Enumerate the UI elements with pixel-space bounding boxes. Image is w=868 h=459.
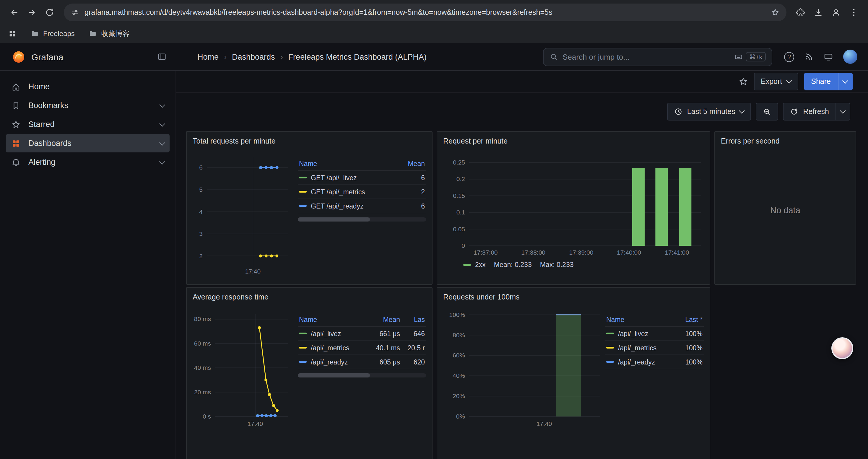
svg-text:17:39:00: 17:39:00 bbox=[569, 249, 593, 256]
sidebar-item-alerting[interactable]: Alerting bbox=[6, 153, 169, 171]
table-row[interactable]: /api/_livez 661 μs 646 bbox=[298, 327, 426, 341]
user-profile-button[interactable] bbox=[843, 50, 857, 64]
table-row[interactable]: GET /api/_metrics 2 bbox=[298, 185, 426, 199]
panel-title[interactable]: Request per minute bbox=[443, 135, 704, 147]
sidebar-item-starred[interactable]: Starred bbox=[6, 115, 169, 133]
extensions-button[interactable] bbox=[793, 4, 809, 21]
chevron-down-icon[interactable] bbox=[159, 121, 165, 126]
series-color-icon bbox=[299, 347, 307, 349]
export-button[interactable]: Export bbox=[754, 73, 798, 90]
reload-button[interactable] bbox=[41, 4, 58, 21]
svg-text:0: 0 bbox=[462, 242, 465, 249]
legend-max: Max: 0.233 bbox=[540, 261, 574, 268]
table-row[interactable]: /api/_livez 100% bbox=[605, 327, 704, 341]
avg-response-time-chart[interactable]: 80 ms60 ms40 ms20 ms0 s17:40 bbox=[193, 303, 298, 429]
back-button[interactable] bbox=[6, 4, 23, 21]
brand-title: Grafana bbox=[31, 52, 63, 62]
svg-text:17:40: 17:40 bbox=[536, 420, 552, 427]
url-input[interactable] bbox=[85, 8, 766, 16]
series-color-icon bbox=[463, 264, 471, 266]
svg-text:40%: 40% bbox=[453, 372, 465, 379]
series-color-icon bbox=[606, 347, 614, 349]
time-range-button[interactable]: Last 5 minutes bbox=[667, 103, 751, 121]
panel-title[interactable]: Errors per second bbox=[721, 135, 850, 147]
column-header[interactable]: Name bbox=[299, 160, 398, 167]
series-color-icon bbox=[299, 177, 307, 178]
panel-total-requests: Total requests per minute 6543217:40 Nam… bbox=[186, 131, 433, 285]
svg-text:17:40: 17:40 bbox=[245, 268, 261, 275]
column-header[interactable]: Las bbox=[400, 316, 425, 323]
time-controls: Last 5 minutes Refresh bbox=[176, 93, 868, 121]
panel-title[interactable]: Requests under 100ms bbox=[443, 291, 704, 303]
downloads-button[interactable] bbox=[810, 4, 827, 21]
search-input[interactable]: ⌘+k bbox=[543, 47, 772, 66]
url-bar[interactable] bbox=[64, 3, 786, 21]
bookmark-folder-blogs[interactable]: 收藏博客 bbox=[89, 29, 130, 39]
grafana-logo[interactable] bbox=[12, 50, 25, 64]
column-header[interactable]: Mean bbox=[398, 160, 425, 167]
column-header[interactable]: Name bbox=[299, 316, 368, 323]
sidebar-item-bookmarks[interactable]: Bookmarks bbox=[6, 96, 169, 114]
bookmark-page-button[interactable] bbox=[771, 8, 779, 16]
scrollbar-thumb[interactable] bbox=[298, 218, 370, 222]
table-row[interactable]: /api/_readyz 100% bbox=[605, 355, 704, 369]
sidebar: Home Bookmarks Starred Dashboards bbox=[0, 71, 176, 459]
chart-legend[interactable]: 2xx Mean: 0.233 Max: 0.233 bbox=[443, 261, 574, 268]
svg-text:20%: 20% bbox=[453, 393, 465, 399]
forward-button[interactable] bbox=[24, 4, 40, 21]
share-dropdown-button[interactable] bbox=[838, 73, 852, 90]
table-row[interactable]: GET /api/_livez 6 bbox=[298, 171, 426, 185]
dock-sidebar-button[interactable] bbox=[157, 52, 167, 61]
breadcrumb-dashboards[interactable]: Dashboards bbox=[232, 52, 275, 61]
chevron-down-icon[interactable] bbox=[159, 158, 165, 164]
panel-title[interactable]: Total requests per minute bbox=[193, 135, 426, 147]
svg-text:17:38:00: 17:38:00 bbox=[521, 249, 546, 256]
favorite-dashboard-button[interactable] bbox=[738, 77, 748, 86]
kiosk-button[interactable] bbox=[824, 52, 833, 61]
svg-text:0.1: 0.1 bbox=[457, 209, 465, 216]
table-row[interactable]: /api/_metrics 40.1 ms 20.5 r bbox=[298, 341, 426, 355]
sidebar-item-home[interactable]: Home bbox=[6, 77, 169, 96]
bookmark-folder-freeleaps[interactable]: Freeleaps bbox=[31, 30, 75, 38]
browser-menu-button[interactable] bbox=[845, 4, 862, 21]
panel-title[interactable]: Average response time bbox=[193, 291, 426, 303]
table-row[interactable]: /api/_readyz 605 μs 620 bbox=[298, 355, 426, 369]
sidebar-item-label: Starred bbox=[28, 120, 55, 129]
column-header[interactable]: Mean bbox=[368, 316, 400, 323]
assistant-avatar[interactable] bbox=[831, 337, 853, 359]
table-scrollbar[interactable] bbox=[298, 218, 426, 222]
share-button[interactable]: Share bbox=[804, 73, 838, 90]
bookmark-label: Freeleaps bbox=[43, 30, 75, 38]
panel-avg-response-time: Average response time 80 ms60 ms40 ms20 … bbox=[186, 287, 433, 459]
table-row[interactable]: GET /api/_readyz 6 bbox=[298, 199, 426, 213]
star-icon bbox=[11, 120, 21, 129]
refresh-button[interactable]: Refresh bbox=[783, 103, 836, 121]
requests-under-100ms-chart[interactable]: 100%80%60%40%20%0%17:40 bbox=[443, 303, 605, 429]
site-info-icon bbox=[71, 8, 79, 16]
main-content: Export Share Last 5 minutes bbox=[176, 71, 868, 459]
table-scrollbar[interactable] bbox=[298, 373, 426, 378]
svg-text:40 ms: 40 ms bbox=[194, 364, 211, 371]
chevron-down-icon[interactable] bbox=[159, 102, 165, 107]
news-button[interactable] bbox=[804, 52, 814, 61]
request-per-minute-chart[interactable]: 0.250.20.150.10.05017:37:0017:38:0017:39… bbox=[443, 147, 705, 259]
column-header[interactable]: Name bbox=[606, 316, 678, 323]
column-header[interactable]: Last * bbox=[678, 316, 703, 323]
zoom-out-button[interactable] bbox=[756, 103, 778, 121]
total-requests-chart[interactable]: 6543217:40 bbox=[193, 147, 298, 276]
sidebar-item-label: Dashboards bbox=[28, 139, 71, 148]
apps-grid-button[interactable] bbox=[8, 30, 17, 38]
svg-text:80 ms: 80 ms bbox=[194, 316, 211, 322]
sidebar-item-dashboards[interactable]: Dashboards bbox=[6, 134, 169, 153]
chevron-down-icon[interactable] bbox=[159, 139, 165, 145]
legend-table: Name Mean Las /api/_livez 661 μs 646 bbox=[298, 313, 426, 378]
rss-icon bbox=[804, 52, 814, 61]
scrollbar-thumb[interactable] bbox=[298, 373, 370, 378]
profile-button[interactable] bbox=[828, 4, 844, 21]
breadcrumb-home[interactable]: Home bbox=[197, 52, 219, 61]
refresh-interval-button[interactable] bbox=[836, 103, 850, 121]
help-button[interactable] bbox=[784, 52, 794, 62]
search-field[interactable] bbox=[562, 52, 730, 61]
table-row[interactable]: /api/_metrics 100% bbox=[605, 341, 704, 355]
series-color-icon bbox=[606, 333, 614, 334]
